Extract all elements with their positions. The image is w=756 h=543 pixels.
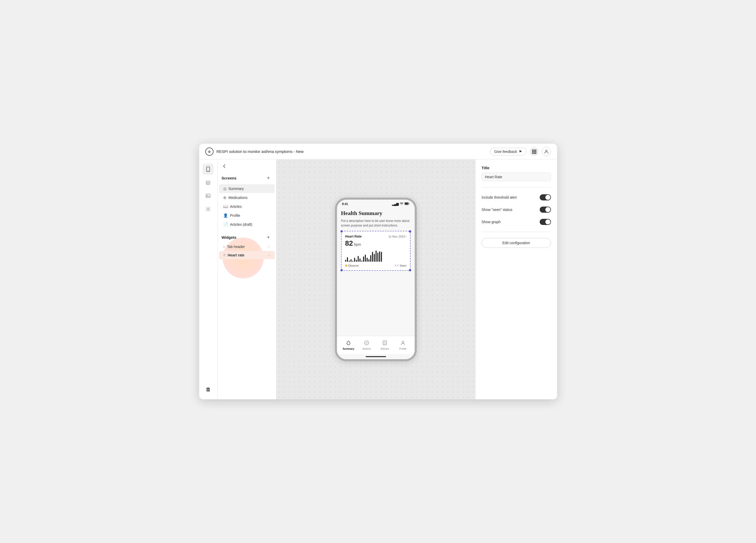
sidebar-phone-button[interactable]	[202, 164, 214, 175]
edit-configuration-button[interactable]: Edit configuration	[482, 238, 551, 248]
screen-item-profile[interactable]: 👤 Profile ···	[219, 211, 275, 220]
show-graph-toggle[interactable]	[540, 219, 551, 225]
give-feedback-button[interactable]: Give feedback ⚑	[490, 148, 526, 155]
widget-item-heart-rate[interactable]: ⠿ Heart rate ···	[219, 251, 275, 259]
hr-bar	[354, 258, 355, 262]
bpm-unit: bpm	[354, 242, 361, 246]
hr-bar	[377, 253, 378, 262]
nav-item-profile[interactable]: Profile	[394, 340, 412, 350]
hr-bar	[365, 255, 366, 262]
nav-profile-icon	[400, 340, 406, 347]
widget-more-tab-header[interactable]: ···	[267, 245, 270, 249]
hr-bar	[367, 258, 368, 262]
back-arrow-icon	[222, 164, 227, 169]
summary-icon: ◎	[223, 186, 227, 191]
medications-icon: ⊕	[223, 195, 227, 200]
nav-actions-icon	[364, 340, 369, 347]
hr-bar	[361, 261, 362, 262]
svg-point-14	[207, 195, 208, 196]
add-screen-button[interactable]: +	[265, 174, 272, 182]
screen-label-profile: Profile	[230, 213, 265, 218]
articles-icon: 📖	[223, 204, 228, 209]
sidebar-image-button[interactable]	[202, 190, 214, 201]
widget-item-tab-header[interactable]: ≈ Tab header ···	[219, 243, 275, 251]
screen-label-medications: Medications	[229, 196, 265, 200]
screen-item-medications[interactable]: ⊕ Medications ···	[219, 193, 275, 202]
screen-item-articles[interactable]: 📖 Articles ···	[219, 202, 275, 211]
hr-bar	[370, 255, 371, 262]
svg-rect-1	[534, 150, 535, 151]
widget-footer: Observe ✓✓ Seen	[345, 264, 407, 267]
heart-rate-widget-icon: ⠿	[223, 253, 226, 257]
svg-rect-18	[405, 203, 408, 205]
show-graph-row: Show graph	[482, 218, 551, 225]
svg-point-11	[208, 171, 208, 171]
back-button[interactable]	[220, 162, 228, 170]
hr-bar	[358, 256, 359, 262]
svg-rect-4	[534, 151, 535, 152]
phone-bottom-nav: Summary Actions	[337, 336, 415, 354]
phone-time: 9:41	[342, 202, 348, 206]
grid-icon	[532, 149, 536, 154]
home-indicator	[366, 356, 386, 357]
heart-rate-graph	[345, 250, 407, 262]
hr-bar	[381, 252, 382, 262]
icon-sidebar	[199, 160, 218, 399]
screen-label-articles-draft: Articles (draft)	[230, 222, 265, 227]
feedback-label: Give feedback	[494, 150, 517, 154]
include-threshold-toggle[interactable]	[540, 194, 551, 200]
hr-bar	[356, 260, 357, 262]
hr-bar	[368, 259, 369, 262]
right-panel-heading: Title	[482, 166, 551, 170]
sidebar-bottom-section	[202, 384, 214, 395]
sidebar-clipboard-button[interactable]	[202, 384, 214, 395]
sidebar-layers-button[interactable]	[202, 177, 214, 188]
screens-header: Screens +	[218, 170, 276, 184]
phone-status-icons: ▂▄▆	[392, 202, 410, 206]
observe-label: Observe	[348, 264, 359, 267]
wifi-icon	[400, 202, 403, 206]
widget-card-date: 11 Nov, 2023 ›	[388, 235, 406, 238]
sidebar-settings-button[interactable]	[202, 203, 214, 215]
svg-rect-7	[534, 153, 535, 154]
svg-rect-3	[532, 151, 533, 152]
user-profile-button[interactable]	[542, 147, 551, 156]
screen-item-articles-draft[interactable]: 📄 Articles (draft) ···	[219, 220, 275, 229]
profile-icon: 👤	[223, 213, 228, 218]
divider-2	[482, 232, 551, 232]
chevron-right-icon: ›	[405, 235, 407, 238]
main-layout: Screens + ◎ Summary ··· ⊕ Medications ··…	[199, 160, 557, 399]
svg-rect-16	[206, 388, 210, 392]
phone-screen-desc: Put a description here to let user know …	[341, 219, 411, 228]
hr-bar	[372, 252, 373, 262]
show-seen-toggle[interactable]	[540, 207, 551, 213]
nav-item-actions[interactable]: Actions	[358, 340, 376, 350]
title-input-wrapper	[482, 173, 551, 181]
articles-draft-icon: 📄	[223, 222, 228, 227]
hr-bar	[352, 261, 353, 262]
show-seen-label: Show "seen" status	[482, 208, 512, 212]
widget-more-heart-rate[interactable]: ···	[267, 253, 270, 257]
handle-top-right[interactable]	[409, 230, 411, 232]
add-widget-button[interactable]: +	[265, 234, 272, 241]
svg-rect-5	[535, 151, 536, 152]
handle-bottom-right[interactable]	[409, 269, 411, 271]
screen-items-list: ◎ Summary ··· ⊕ Medications ··· 📖 Articl…	[218, 184, 276, 229]
user-icon	[544, 149, 549, 154]
nav-item-articles[interactable]: Articles	[376, 340, 394, 350]
hr-bar	[363, 256, 364, 262]
hr-bar	[347, 257, 348, 262]
title-input[interactable]	[482, 173, 551, 181]
screen-item-summary[interactable]: ◎ Summary ···	[219, 184, 275, 193]
handle-top-left[interactable]	[341, 230, 343, 232]
svg-rect-8	[535, 153, 536, 154]
widgets-header: Widgets +	[218, 231, 276, 242]
nav-item-summary[interactable]: Summary	[340, 340, 358, 350]
screens-panel: Screens + ◎ Summary ··· ⊕ Medications ··…	[218, 160, 276, 399]
handle-bottom-left[interactable]	[341, 269, 343, 271]
right-panel: Title Include threshold alert Show "seen…	[475, 160, 557, 399]
settings-icon	[205, 206, 211, 212]
top-bar-actions: Give feedback ⚑	[490, 147, 551, 156]
apps-grid-button[interactable]	[529, 147, 539, 156]
screens-panel-top	[218, 160, 276, 170]
